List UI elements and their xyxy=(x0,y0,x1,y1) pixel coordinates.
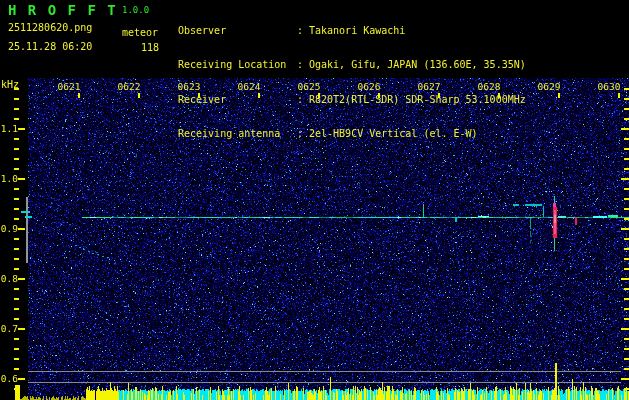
echo-count: 118 xyxy=(141,42,159,53)
time-tick-label: 0626 xyxy=(356,82,382,92)
meta-label: Receiving Location xyxy=(178,59,297,71)
time-tick-label: 0628 xyxy=(476,82,502,92)
time-tick-label: 0627 xyxy=(416,82,442,92)
station-row-antenna: Receiving antenna : 2el-HB9CV Vertical (… xyxy=(178,128,526,140)
freq-tick-label: 0.7 xyxy=(0,324,18,334)
freq-tick-label: 0.6 xyxy=(0,374,18,384)
frequency-axis-unit: kHz xyxy=(1,79,19,90)
time-tick-label: 0621 xyxy=(56,82,82,92)
freq-tick-label: 1.0 xyxy=(0,174,18,184)
freq-tick-label: 1.1 xyxy=(0,124,18,134)
freq-tick-label: 0.8 xyxy=(0,274,18,284)
time-tick-label: 0624 xyxy=(236,82,262,92)
meta-separator: : xyxy=(297,94,309,106)
time-tick-label: 0622 xyxy=(116,82,142,92)
output-filename: 2511280620.png xyxy=(8,22,92,33)
meta-label: Observer xyxy=(178,25,297,37)
meta-separator: : xyxy=(297,25,309,37)
meta-separator: : xyxy=(297,128,309,140)
freq-tick-label: 0.9 xyxy=(0,224,18,234)
meta-value: R820T2(RTL-SDR) SDR-Sharp 53.1000MHz xyxy=(309,94,526,106)
app-version: 1.0.0 xyxy=(122,5,149,15)
time-tick-label: 0625 xyxy=(296,82,322,92)
meta-label: Receiver xyxy=(178,94,297,106)
time-tick-label: 0623 xyxy=(176,82,202,92)
station-row-location: Receiving Location : Ogaki, Gifu, JAPAN … xyxy=(178,59,526,71)
station-info: Observer : Takanori Kawachi Receiving Lo… xyxy=(178,3,526,163)
station-row-receiver: Receiver : R820T2(RTL-SDR) SDR-Sharp 53.… xyxy=(178,94,526,106)
meta-label: Receiving antenna xyxy=(178,128,297,140)
app-title: H R O F F T xyxy=(8,2,117,18)
time-tick-label: 0630 xyxy=(596,82,622,92)
meta-value: 2el-HB9CV Vertical (el. E-W) xyxy=(309,128,478,140)
hrofft-window: H R O F F T 1.0.0 2511280620.png meteor … xyxy=(0,0,629,400)
meta-value: Takanori Kawachi xyxy=(309,25,405,37)
time-tick-label: 0629 xyxy=(536,82,562,92)
mode-label: meteor xyxy=(122,27,158,38)
datetime-label: 25.11.28 06:20 xyxy=(8,41,92,52)
meta-value: Ogaki, Gifu, JAPAN (136.60E, 35.35N) xyxy=(309,59,526,71)
station-row-observer: Observer : Takanori Kawachi xyxy=(178,25,526,37)
meta-separator: : xyxy=(297,59,309,71)
